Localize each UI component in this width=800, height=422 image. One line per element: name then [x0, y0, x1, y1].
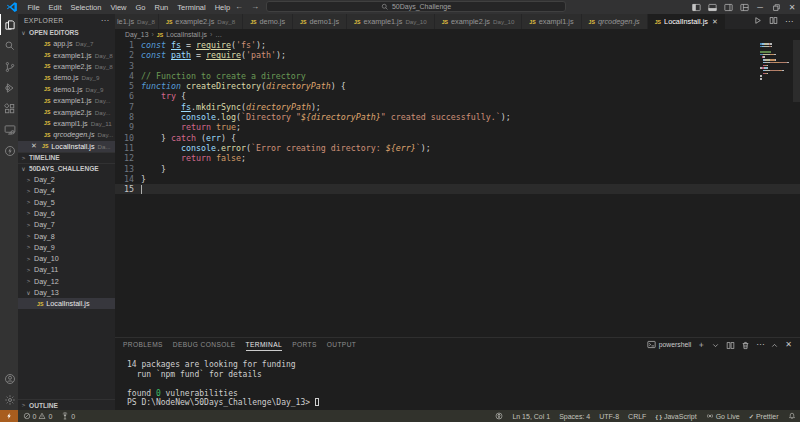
code-line[interactable]: 15 [115, 184, 800, 194]
explorer-more-actions-icon[interactable]: ⋯ [101, 16, 109, 25]
menu-terminal[interactable]: Terminal [173, 3, 210, 12]
code-line[interactable]: 2const path = require('path'); [115, 50, 800, 60]
panel-tab-ports[interactable]: PORTS [292, 338, 317, 351]
code-line[interactable]: 12 return false; [115, 153, 800, 163]
timeline-header[interactable]: > TIMELINE [18, 152, 115, 163]
layout-custom-button[interactable] [736, 0, 752, 14]
minimize-button[interactable]: ─ [752, 0, 768, 14]
editor-tab[interactable]: JSexample2.jsDay_8 [159, 14, 243, 29]
tree-folder-day_5[interactable]: >Day_5 [18, 197, 115, 208]
tree-folder-day_7[interactable]: >Day_7 [18, 219, 115, 230]
tree-folder-day_12[interactable]: >Day_12 [18, 276, 115, 287]
menu-edit[interactable]: Edit [44, 3, 66, 12]
open-editor-item[interactable]: JSexample2.jsDay... [18, 106, 115, 117]
menu-selection[interactable]: Selection [66, 3, 106, 12]
open-editor-item[interactable]: JSdemo.jsDay_9 [18, 72, 115, 83]
breadcrumb[interactable]: Day_13 › JS LocalInstall.js › … [115, 29, 800, 40]
open-editor-item[interactable]: JSexampl1.jsDay_11 [18, 118, 115, 129]
status-prettier[interactable]: ✓Prettier [744, 410, 783, 422]
status-accessibility[interactable] [491, 410, 508, 422]
code-line[interactable]: 13 } [115, 164, 800, 174]
tree-file-selected[interactable]: JSLocalInstall.js [18, 298, 115, 309]
terminal-output[interactable]: 14 packages are looking for funding run … [115, 351, 800, 410]
plus-button[interactable]: ＋ [697, 339, 705, 350]
open-editor-item[interactable]: JSqrcodegen.jsDay... [18, 129, 115, 140]
code-line[interactable]: 1const fs = require('fs'); [115, 40, 800, 50]
open-editor-item[interactable]: JSexample1.jsDay_8 [18, 49, 115, 60]
command-center-search[interactable]: 50Days_Challenge [266, 1, 566, 12]
ports-status[interactable]: 0 [57, 410, 80, 422]
activity-settings[interactable] [0, 389, 18, 410]
shell-selector[interactable]: powershell [647, 340, 692, 349]
open-editor-item[interactable]: JSapp.jsDay_7 [18, 38, 115, 49]
editor-tab[interactable]: JSdemo1.js [293, 14, 347, 29]
more-button[interactable]: ⋯ [785, 17, 793, 26]
activity-account[interactable] [0, 368, 18, 389]
forward-icon[interactable]: → [250, 2, 260, 11]
panel-tab-terminal[interactable]: TERMINAL [246, 338, 283, 351]
close-icon[interactable]: ✕ [31, 142, 39, 150]
code-line[interactable]: 6 try { [115, 91, 800, 101]
status-go-live[interactable]: Go Live [701, 410, 744, 422]
status-spaces-4[interactable]: Spaces: 4 [555, 410, 595, 422]
panel-tab-problems[interactable]: PROBLEMS [123, 338, 163, 351]
menu-file[interactable]: File [23, 3, 44, 12]
workspace-header[interactable]: ∨ 50DAYS_CHALLENGE [18, 163, 115, 174]
menu-go[interactable]: Go [131, 3, 150, 12]
editor-tab[interactable]: JSexample1.jsDay_10 [347, 14, 435, 29]
tree-folder-day_6[interactable]: >Day_6 [18, 208, 115, 219]
status-javascript[interactable]: { }JavaScript [651, 410, 701, 422]
status-ln-15-col-1[interactable]: Ln 15, Col 1 [508, 410, 555, 422]
restore-button[interactable] [768, 0, 784, 14]
status-utf-8[interactable]: UTF-8 [595, 410, 624, 422]
open-editors-header[interactable]: ∨ OPEN EDITORS [18, 27, 115, 38]
problems-status[interactable]: 0 0 [18, 410, 57, 422]
breadcrumb-tail[interactable]: … [215, 31, 222, 38]
minimap[interactable] [760, 43, 790, 83]
code-line[interactable]: 10 } catch (err) { [115, 133, 800, 143]
activity-remote-explorer[interactable] [0, 119, 18, 140]
outline-header[interactable]: > OUTLINE [18, 399, 115, 410]
code-line[interactable]: 5function createDirectory(directoryPath)… [115, 81, 800, 91]
open-editor-item[interactable]: JSexample2.jsDay_8 [18, 61, 115, 72]
more-button[interactable]: ⋯ [756, 340, 764, 349]
code-line[interactable]: 11 console.error(`Error creating directo… [115, 143, 800, 153]
status-crlf[interactable]: CRLF [624, 410, 651, 422]
tree-folder-day_4[interactable]: >Day_4 [18, 185, 115, 196]
activity-thunder-client[interactable] [0, 140, 18, 161]
play-button[interactable] [753, 16, 762, 27]
editor-tab[interactable]: JSexample2.jsDay_10 [435, 14, 523, 29]
open-editor-item[interactable]: JSdemo1.jsDay_9 [18, 84, 115, 95]
back-icon[interactable]: ← [234, 2, 244, 11]
open-editor-item[interactable]: JSexample1.jsDay... [18, 95, 115, 106]
breadcrumb-folder[interactable]: Day_13 [125, 31, 148, 38]
activity-source-control[interactable] [0, 56, 18, 77]
close-button[interactable]: ✕ [785, 340, 792, 349]
tree-folder-day_2[interactable]: >Day_2 [18, 174, 115, 185]
code-line[interactable]: 8 console.log(`Directory "${directoryPat… [115, 112, 800, 122]
close-icon[interactable]: ✕ [712, 18, 718, 26]
panel-tab-output[interactable]: OUTPUT [327, 338, 357, 351]
activity-search[interactable] [0, 35, 18, 56]
editor-tab[interactable]: JSdemo.js [243, 14, 293, 29]
tree-folder-day_11[interactable]: >Day_11 [18, 264, 115, 275]
menu-run[interactable]: Run [150, 3, 173, 12]
remote-indicator[interactable] [0, 410, 18, 422]
editor-tab[interactable]: JSexampl1.js [522, 14, 581, 29]
layout-secondary-button[interactable] [720, 0, 736, 14]
code-line[interactable]: 3 [115, 61, 800, 71]
panel-tab-debug-console[interactable]: DEBUG CONSOLE [173, 338, 236, 351]
code-line[interactable]: 9 return true; [115, 122, 800, 132]
editor-tab[interactable]: JSqrcodegen.js [582, 14, 648, 29]
layout-panel-button[interactable] [704, 0, 720, 14]
split-editor-button[interactable] [769, 16, 778, 27]
menu-view[interactable]: View [106, 3, 131, 12]
editor-scrollbar[interactable] [793, 40, 800, 102]
code-line[interactable]: 4// Function to create a directory [115, 71, 800, 81]
menu-help[interactable]: Help [210, 3, 234, 12]
code-editor[interactable]: 1const fs = require('fs');2const path = … [115, 40, 800, 337]
activity-explorer[interactable] [0, 14, 18, 35]
code-line[interactable]: 7 fs.mkdirSync(directoryPath); [115, 102, 800, 112]
tree-folder-day_9[interactable]: >Day_9 [18, 242, 115, 253]
tree-folder-day_8[interactable]: >Day_8 [18, 230, 115, 241]
